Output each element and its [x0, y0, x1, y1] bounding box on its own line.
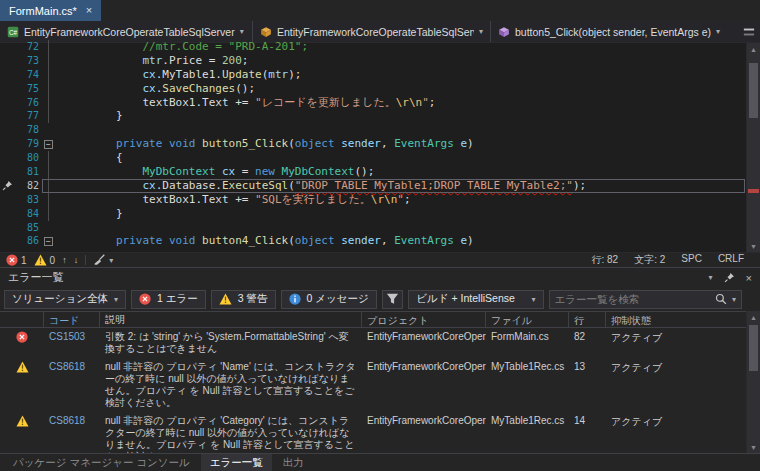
tab-output[interactable]: 出力	[274, 454, 313, 471]
split-editor-handle[interactable]	[738, 21, 760, 42]
breakpoint-margin[interactable]	[0, 234, 14, 248]
messages-filter-button[interactable]: 0 メッセージ	[281, 290, 377, 309]
search-icon[interactable]	[715, 293, 727, 305]
breakpoint-margin[interactable]	[0, 40, 14, 54]
next-issue-button[interactable]: ↓	[74, 255, 79, 265]
type-dropdown[interactable]: EntityFrameworkCoreOperateTableSqlServer…	[253, 21, 491, 42]
state-column-header[interactable]: 抑制状態	[606, 312, 746, 327]
scroll-up-icon[interactable]: ▲	[747, 311, 760, 323]
line-indicator[interactable]: 行: 82	[592, 253, 619, 267]
code-line-83[interactable]: 83textBox1.Text += "SQLを実行しました。\r\n";	[0, 193, 746, 207]
collapse-box-icon[interactable]: −	[44, 140, 53, 149]
errors-filter-button[interactable]: 1 エラー	[131, 290, 206, 309]
breakpoint-margin[interactable]	[0, 82, 14, 96]
breakpoint-margin[interactable]	[0, 96, 14, 110]
code-line-75[interactable]: 75cx.SaveChanges();	[0, 82, 746, 96]
breakpoint-margin[interactable]	[0, 165, 14, 179]
column-indicator[interactable]: 文字: 2	[634, 253, 665, 267]
outline-margin[interactable]: −	[42, 137, 55, 151]
source-filter-dropdown[interactable]: ビルド + IntelliSense ▾	[408, 290, 543, 309]
code-text: cx.SaveChanges();	[55, 82, 255, 96]
file-column-header[interactable]: ファイル	[486, 312, 569, 327]
errors-indicator[interactable]: 1	[6, 254, 27, 266]
breakpoint-margin[interactable]	[0, 137, 14, 151]
outline-margin[interactable]: −	[42, 234, 55, 248]
tab-error-list[interactable]: エラー一覧	[201, 454, 272, 471]
tool-window-tab-strip: パッケージ マネージャー コンソール エラー一覧 出力	[0, 453, 760, 471]
error-mark[interactable]	[748, 189, 759, 193]
code-line-82[interactable]: 82cx.Database.ExecuteSql("DROP TABLE MyT…	[0, 179, 746, 193]
error-list-search[interactable]: ▾	[549, 290, 742, 309]
code-line-73[interactable]: 73mtr.Price = 200;	[0, 54, 746, 68]
code-line-80[interactable]: 80{	[0, 151, 746, 165]
scrollbar-thumb[interactable]	[749, 63, 758, 118]
breakpoint-margin[interactable]	[0, 151, 14, 165]
code-line-85[interactable]: 85	[0, 221, 746, 235]
window-position-menu-icon[interactable]: ▾	[709, 273, 713, 282]
pin-icon[interactable]	[724, 272, 735, 283]
code-text: private void button5_Click(object sender…	[55, 137, 474, 151]
panel-title-bar[interactable]: エラー一覧 ▾ ×	[0, 268, 760, 287]
line-ending-indicator[interactable]: CRLF	[718, 253, 744, 267]
warnings-indicator[interactable]: 0	[34, 254, 56, 266]
caret-position-info: 行: 82 文字: 2 SPC CRLF	[592, 253, 755, 267]
code-line-78[interactable]: 78	[0, 123, 746, 137]
error-row[interactable]: CS8618null 非許容の プロパティ 'Category' には、コンスト…	[0, 412, 746, 453]
search-input[interactable]	[555, 293, 710, 305]
editor-vertical-scrollbar[interactable]: ▲ ▼	[746, 43, 760, 252]
tab-formmain[interactable]: FormMain.cs* ×	[0, 0, 101, 21]
member-dropdown[interactable]: button5_Click(object sender, EventArgs e…	[491, 21, 733, 42]
error-row[interactable]: CS1503引数 2: は 'string' から 'System.Format…	[0, 328, 746, 358]
scope-filter-dropdown[interactable]: ソリューション全体 ▾	[4, 290, 126, 309]
code-line-76[interactable]: 76textBox1.Text += "レコードを更新しました。\r\n";	[0, 96, 746, 110]
code-text: private void button4_Click(object sender…	[55, 234, 474, 248]
line-number: 75	[14, 82, 42, 96]
code-line-81[interactable]: 81MyDbContext cx = new MyDbContext();	[0, 165, 746, 179]
code-line-74[interactable]: 74cx.MyTable1.Update(mtr);	[0, 68, 746, 82]
pin-icon[interactable]	[0, 179, 14, 193]
scroll-up-icon[interactable]: ▲	[747, 43, 760, 55]
code-text: cx.MyTable1.Update(mtr);	[55, 68, 301, 82]
warnings-filter-button[interactable]: 3 警告	[211, 290, 276, 309]
messages-filter-label: 0 メッセージ	[307, 292, 369, 306]
breakpoint-margin[interactable]	[0, 221, 14, 235]
severity-column-header[interactable]	[0, 312, 44, 327]
spaces-indicator[interactable]: SPC	[681, 253, 702, 267]
project-column-header[interactable]: プロジェクト	[362, 312, 486, 327]
code-editor[interactable]: 72//mtr.Code = "PRD-A-201";73mtr.Price =…	[0, 43, 760, 252]
scroll-down-icon[interactable]: ▼	[747, 240, 760, 252]
line-column-header[interactable]: 行	[569, 312, 606, 327]
close-icon[interactable]: ×	[86, 5, 92, 16]
grid-vertical-scrollbar[interactable]: ▲ ▼	[746, 311, 760, 453]
error-row[interactable]: CS8618null 非許容の プロパティ 'Name' には、コンストラクター…	[0, 358, 746, 412]
code-column-header[interactable]: コード	[44, 312, 100, 327]
breakpoint-margin[interactable]	[0, 193, 14, 207]
collapse-box-icon[interactable]: −	[44, 237, 53, 246]
scroll-down-icon[interactable]: ▼	[747, 441, 760, 453]
breakpoint-margin[interactable]	[0, 68, 14, 82]
filter-button[interactable]	[382, 290, 404, 309]
chevron-down-icon[interactable]: ▾	[732, 295, 736, 304]
scrollbar-thumb[interactable]	[749, 325, 758, 371]
line-number: 83	[14, 193, 42, 207]
breakpoint-margin[interactable]	[0, 54, 14, 68]
code-line-72[interactable]: 72//mtr.Code = "PRD-A-201";	[0, 40, 746, 54]
code-line-77[interactable]: 77}	[0, 109, 746, 123]
warning-icon	[0, 412, 44, 453]
previous-issue-button[interactable]: ↑	[62, 255, 67, 265]
close-icon[interactable]: ×	[746, 272, 752, 284]
outline-line	[48, 179, 49, 193]
error-project: EntityFrameworkCoreOper...	[362, 412, 486, 453]
description-column-header[interactable]: 説明	[100, 312, 362, 327]
code-text: MyDbContext cx = new MyDbContext();	[55, 165, 374, 179]
code-cleanup-button[interactable]: ▾	[93, 254, 113, 266]
project-dropdown[interactable]: C# EntityFrameworkCoreOperateTableSqlSer…	[0, 21, 253, 42]
breakpoint-margin[interactable]	[0, 123, 14, 137]
code-line-86[interactable]: 86−private void button4_Click(object sen…	[0, 234, 746, 248]
breakpoint-margin[interactable]	[0, 109, 14, 123]
code-line-79[interactable]: 79−private void button5_Click(object sen…	[0, 137, 746, 151]
code-line-84[interactable]: 84}	[0, 207, 746, 221]
error-list-toolbar: ソリューション全体 ▾ 1 エラー 3 警告 0 メッセージ ビルド + Int…	[0, 287, 760, 311]
breakpoint-margin[interactable]	[0, 207, 14, 221]
tab-package-manager-console[interactable]: パッケージ マネージャー コンソール	[4, 454, 199, 471]
